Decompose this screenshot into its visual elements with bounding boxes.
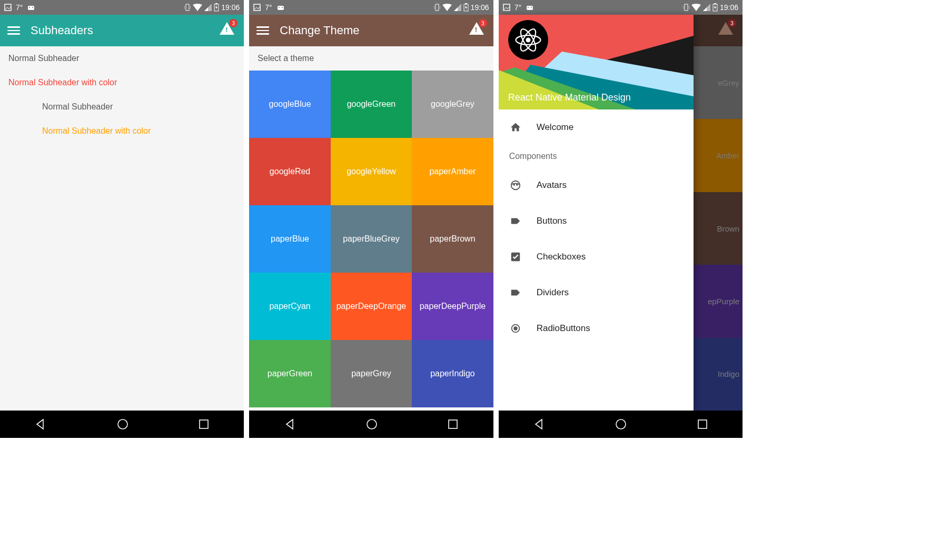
wifi-icon xyxy=(193,4,202,11)
drawer-title: React Native Material Design xyxy=(508,92,631,103)
temp-label: 7° xyxy=(265,3,272,12)
theme-swatch-dimmed: Brown xyxy=(690,192,743,265)
svg-point-20 xyxy=(367,419,377,429)
clock-label: 19:06 xyxy=(720,3,738,12)
svg-point-46 xyxy=(514,327,517,330)
svg-point-25 xyxy=(531,7,532,8)
theme-swatch-dimmed: Indigo xyxy=(690,338,743,411)
svg-rect-19 xyxy=(465,3,467,4)
svg-point-2 xyxy=(29,7,30,8)
svg-rect-21 xyxy=(449,420,457,428)
android-icon xyxy=(276,4,285,11)
clock-label: 19:06 xyxy=(471,3,489,12)
page-title: Change Theme xyxy=(280,24,359,37)
svg-rect-15 xyxy=(436,4,439,11)
drawer-section-header: Components xyxy=(499,145,694,167)
subheader-item: Normal Subheader xyxy=(0,95,244,119)
theme-swatch-dimmed: Amber xyxy=(690,119,743,192)
signal-icon xyxy=(204,4,212,11)
svg-rect-23 xyxy=(527,6,533,10)
vibrate-icon xyxy=(434,3,440,12)
android-icon xyxy=(27,4,35,11)
vibrate-icon xyxy=(184,3,191,12)
svg-point-47 xyxy=(616,419,626,429)
subheader-item: Normal Subheader with color xyxy=(0,119,244,143)
content: Normal SubheaderNormal Subheader with co… xyxy=(0,46,244,411)
app-bar: Change Theme 3 xyxy=(249,15,493,46)
hamburger-icon[interactable] xyxy=(7,26,20,35)
theme-swatch-paperBrown[interactable]: paperBrown xyxy=(412,205,493,273)
clock-label: 19:06 xyxy=(221,3,240,12)
drawer-item-avatars[interactable]: Avatars xyxy=(499,167,694,203)
drawer-item-label: Checkboxes xyxy=(537,252,586,262)
svg-point-3 xyxy=(32,7,33,8)
drawer-item-buttons[interactable]: Buttons xyxy=(499,203,694,239)
battery-icon xyxy=(214,3,219,12)
drawer-item-dividers[interactable]: Dividers xyxy=(499,275,694,311)
recent-button[interactable] xyxy=(448,419,458,429)
drawer-item-label: Welcome xyxy=(537,122,574,133)
svg-rect-48 xyxy=(698,420,707,428)
page-title: Subheaders xyxy=(31,24,93,37)
drawer-item-label: RadioButtons xyxy=(537,323,590,334)
android-nav-bar xyxy=(249,411,493,438)
theme-swatch-paperGreen[interactable]: paperGreen xyxy=(249,340,330,407)
svg-rect-26 xyxy=(685,4,688,11)
svg-point-43 xyxy=(516,184,517,185)
battery-icon xyxy=(712,3,718,12)
notification-badge: 3 xyxy=(229,19,238,27)
face-icon xyxy=(509,179,522,192)
recent-button[interactable] xyxy=(697,419,708,429)
drawer-item-checkboxes[interactable]: Checkboxes xyxy=(499,239,694,275)
theme-swatch-paperDeepOrange[interactable]: paperDeepOrange xyxy=(331,273,412,340)
theme-swatch-paperDeepPurple[interactable]: paperDeepPurple xyxy=(412,273,493,340)
navigation-drawer: React Native Material Design WelcomeComp… xyxy=(499,15,694,411)
home-button[interactable] xyxy=(116,418,129,431)
recent-button[interactable] xyxy=(199,419,209,429)
theme-swatch-googleBlue[interactable]: googleBlue xyxy=(249,71,330,138)
radio-icon xyxy=(509,322,522,335)
wifi-icon xyxy=(442,4,452,11)
theme-swatch-paperIndigo[interactable]: paperIndigo xyxy=(412,340,493,407)
theme-swatch-googleGreen[interactable]: googleGreen xyxy=(331,71,412,138)
signal-icon xyxy=(454,4,461,11)
home-icon xyxy=(509,121,522,134)
drawer-header: React Native Material Design xyxy=(499,15,694,109)
theme-swatch-paperAmber[interactable]: paperAmber xyxy=(412,138,493,205)
svg-rect-8 xyxy=(215,3,217,4)
theme-swatch-googleGrey[interactable]: googleGrey xyxy=(412,71,493,138)
temp-label: 7° xyxy=(16,3,23,12)
drawer-item-label: Dividers xyxy=(537,287,569,298)
hamburger-icon[interactable] xyxy=(256,26,269,35)
phone-subheaders: 7° 19:06 Subheaders 3 Normal SubheaderNo… xyxy=(0,0,244,438)
phone-change-theme: 7° 19:06 Change Theme 3 Select a theme g… xyxy=(249,0,493,438)
theme-swatch-paperBlue[interactable]: paperBlue xyxy=(249,205,330,273)
theme-swatch-paperBlueGrey[interactable]: paperBlueGrey xyxy=(331,205,412,273)
theme-swatch-googleRed[interactable]: googleRed xyxy=(249,138,330,205)
content: Select a theme googleBluegoogleGreengoog… xyxy=(249,46,493,411)
drawer-item-label: Avatars xyxy=(537,180,567,191)
status-bar: 7° 19:06 xyxy=(249,0,493,15)
drawer-item-radiobuttons[interactable]: RadioButtons xyxy=(499,311,694,346)
svg-point-41 xyxy=(511,181,520,190)
notification-badge: 3 xyxy=(728,19,736,27)
subheader-item: Normal Subheader with color xyxy=(0,71,244,95)
image-icon xyxy=(4,4,12,11)
theme-swatch-googleYellow[interactable]: googleYellow xyxy=(331,138,412,205)
android-icon xyxy=(526,4,534,11)
back-button[interactable] xyxy=(533,418,545,430)
image-icon xyxy=(503,4,510,11)
back-button[interactable] xyxy=(284,418,296,430)
wifi-icon xyxy=(691,4,701,11)
home-button[interactable] xyxy=(365,418,378,431)
notification-badge: 3 xyxy=(479,19,487,27)
svg-rect-10 xyxy=(200,420,208,428)
theme-swatch-paperGrey[interactable]: paperGrey xyxy=(331,340,412,407)
home-button[interactable] xyxy=(615,418,627,431)
back-button[interactable] xyxy=(35,418,46,430)
drawer-item-welcome[interactable]: Welcome xyxy=(499,109,694,145)
theme-swatch-paperCyan[interactable]: paperCyan xyxy=(249,273,330,340)
svg-point-9 xyxy=(118,419,127,429)
react-logo xyxy=(508,20,548,60)
select-theme-label: Select a theme xyxy=(249,46,493,71)
